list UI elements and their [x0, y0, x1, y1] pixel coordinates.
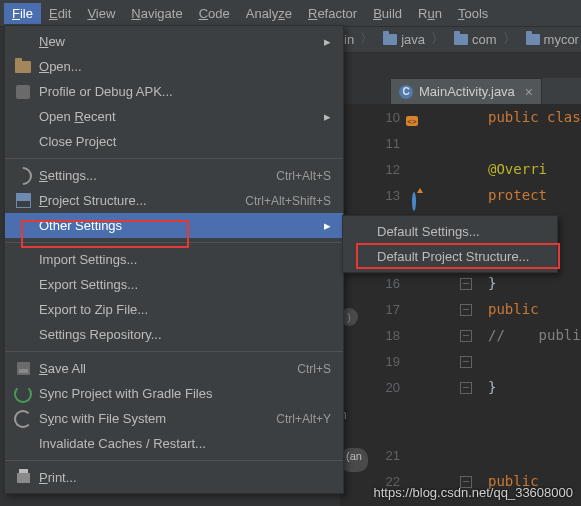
menu-run[interactable]: Run — [410, 3, 450, 24]
menu-item-project-structure[interactable]: Project Structure...Ctrl+Alt+Shift+S — [5, 188, 343, 213]
crumb-item[interactable]: com〉 — [450, 30, 522, 48]
menu-item-label: Open Recent — [39, 109, 318, 124]
wrench-icon — [13, 168, 33, 184]
apk-icon — [13, 84, 33, 100]
menu-item-profile-or-debug-apk[interactable]: Profile or Debug APK... — [5, 79, 343, 104]
fold-pill: (an — [340, 448, 368, 472]
file-menu-dropdown: New▸Open...Profile or Debug APK...Open R… — [4, 25, 344, 494]
close-icon[interactable]: × — [525, 84, 533, 100]
menu-item-label: New — [39, 34, 318, 49]
folder-icon — [526, 34, 540, 45]
menu-item-label: Settings Repository... — [39, 327, 331, 342]
submenu-arrow-icon: ▸ — [324, 34, 331, 49]
menu-navigate[interactable]: Navigate — [123, 3, 190, 24]
menu-item-label: Close Project — [39, 134, 331, 149]
class-icon: C — [399, 85, 413, 99]
blank-icon — [13, 277, 33, 293]
line-number: 12 — [340, 162, 418, 177]
menu-analyze[interactable]: Analyze — [238, 3, 300, 24]
sync-icon — [13, 386, 33, 402]
code-text: public — [488, 301, 539, 317]
line-number: 10<> — [340, 110, 418, 125]
menu-item-label: Save All — [39, 361, 297, 376]
menu-item-label: Print... — [39, 470, 331, 485]
blank-icon — [13, 34, 33, 50]
menu-view[interactable]: View — [79, 3, 123, 24]
other-settings-submenu: Default Settings... Default Project Stru… — [342, 215, 558, 273]
blank-icon — [13, 218, 33, 234]
code-line: 12@Overri — [340, 156, 581, 182]
menu-item-save-all[interactable]: Save AllCtrl+S — [5, 356, 343, 381]
menu-item-export-settings[interactable]: Export Settings... — [5, 272, 343, 297]
menu-item-label: Other Settings — [39, 218, 318, 233]
editor-tab-bar: C MainActivity.java × — [390, 78, 581, 104]
print-icon — [13, 470, 33, 486]
menu-item-sync-with-file-system[interactable]: Sync with File SystemCtrl+Alt+Y — [5, 406, 343, 431]
menu-item-invalidate-caches-restart[interactable]: Invalidate Caches / Restart... — [5, 431, 343, 456]
menu-item-label: Project Structure... — [39, 193, 245, 208]
open-icon — [13, 59, 33, 75]
default-settings[interactable]: Default Settings... — [343, 219, 557, 244]
menu-item-print[interactable]: Print... — [5, 465, 343, 490]
struct-icon — [13, 193, 33, 209]
crumb-item[interactable]: java〉 — [379, 30, 450, 48]
fold-toggle-icon[interactable] — [460, 330, 472, 342]
menu-item-label: Invalidate Caches / Restart... — [39, 436, 331, 451]
code-line: 10<>public clas — [340, 104, 581, 130]
menu-item-sync-project-with-gradle-files[interactable]: Sync Project with Gradle Files — [5, 381, 343, 406]
blank-icon — [13, 302, 33, 318]
menu-file[interactable]: File — [4, 3, 41, 24]
menu-item-label: Import Settings... — [39, 252, 331, 267]
svg-text:<>: <> — [407, 117, 417, 126]
code-editor[interactable]: 10<>public clas1112@Overri13protect16}17… — [340, 104, 581, 506]
code-line: 21 — [340, 442, 581, 468]
fold-toggle-icon[interactable] — [460, 304, 472, 316]
shortcut-label: Ctrl+Alt+Shift+S — [245, 194, 331, 208]
fold-toggle-icon[interactable] — [460, 356, 472, 368]
line-number: 18 — [340, 328, 418, 343]
menu-refactor[interactable]: Refactor — [300, 3, 365, 24]
menu-item-new[interactable]: New▸ — [5, 29, 343, 54]
line-number: 13 — [340, 188, 418, 203]
crumb-item[interactable]: mycor — [522, 32, 581, 47]
shortcut-label: Ctrl+S — [297, 362, 331, 376]
code-text: public clas — [488, 109, 581, 125]
menu-item-open-recent[interactable]: Open Recent▸ — [5, 104, 343, 129]
code-line: 11 — [340, 130, 581, 156]
default-project-structure[interactable]: Default Project Structure... — [343, 244, 557, 269]
menu-item-settings-repository[interactable]: Settings Repository... — [5, 322, 343, 347]
menu-item-open[interactable]: Open... — [5, 54, 343, 79]
menu-build[interactable]: Build — [365, 3, 410, 24]
blank-icon — [13, 436, 33, 452]
blank-icon — [13, 109, 33, 125]
menu-item-export-to-zip-file[interactable]: Export to Zip File... — [5, 297, 343, 322]
code-line: 13protect — [340, 182, 581, 208]
blank-icon — [13, 252, 33, 268]
fold-toggle-icon[interactable] — [460, 278, 472, 290]
menu-item-close-project[interactable]: Close Project — [5, 129, 343, 154]
fold-toggle-icon[interactable] — [460, 382, 472, 394]
menu-item-label: Sync Project with Gradle Files — [39, 386, 331, 401]
menu-edit[interactable]: Edit — [41, 3, 79, 24]
blank-icon — [13, 327, 33, 343]
tab-label: MainActivity.java — [419, 84, 515, 99]
menu-item-settings[interactable]: Settings...Ctrl+Alt+S — [5, 163, 343, 188]
menu-item-label: Settings... — [39, 168, 276, 183]
code-line: 17public — [340, 296, 581, 322]
menu-tools[interactable]: Tools — [450, 3, 496, 24]
menu-code[interactable]: Code — [191, 3, 238, 24]
folder-icon — [454, 34, 468, 45]
code-text: // publi — [488, 327, 581, 343]
crumb-item[interactable]: in〉 — [340, 30, 379, 48]
tab-mainactivity[interactable]: C MainActivity.java × — [390, 78, 542, 104]
code-line: 19 — [340, 348, 581, 374]
menu-item-other-settings[interactable]: Other Settings▸ — [5, 213, 343, 238]
disk-icon — [13, 361, 33, 377]
menu-item-label: Open... — [39, 59, 331, 74]
line-number: 11 — [340, 136, 418, 151]
shortcut-label: Ctrl+Alt+S — [276, 169, 331, 183]
shortcut-label: Ctrl+Alt+Y — [276, 412, 331, 426]
code-line: 20} — [340, 374, 581, 400]
menu-item-label: Export Settings... — [39, 277, 331, 292]
menu-item-import-settings[interactable]: Import Settings... — [5, 247, 343, 272]
